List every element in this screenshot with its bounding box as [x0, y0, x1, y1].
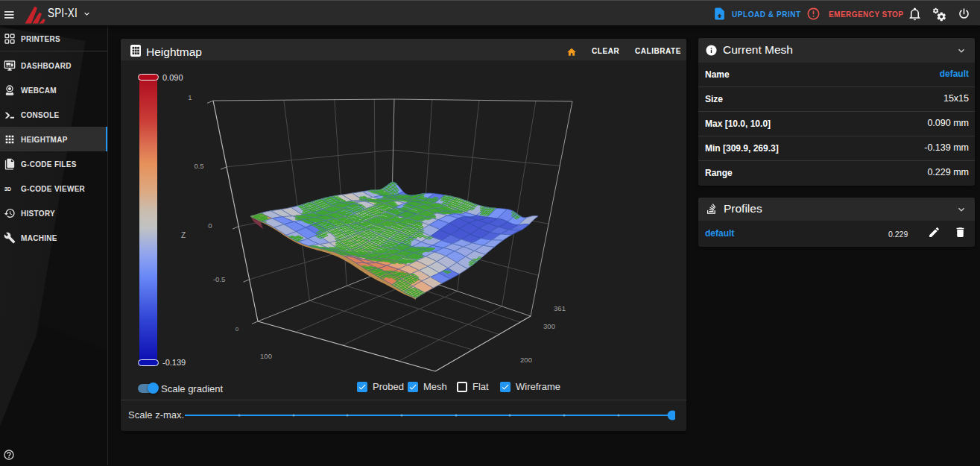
svg-text:0: 0: [208, 221, 212, 230]
svg-text:300: 300: [543, 322, 555, 330]
svg-text:200: 200: [520, 356, 532, 364]
svg-text:0: 0: [235, 326, 239, 333]
svg-text:3D: 3D: [4, 186, 11, 192]
svg-text:Z: Z: [181, 231, 186, 239]
svg-text:-0.5: -0.5: [213, 275, 225, 283]
svg-text:0.5: 0.5: [194, 162, 203, 170]
svg-text:361: 361: [554, 304, 566, 312]
svg-text:1: 1: [188, 93, 192, 101]
svg-text:100: 100: [260, 352, 272, 360]
